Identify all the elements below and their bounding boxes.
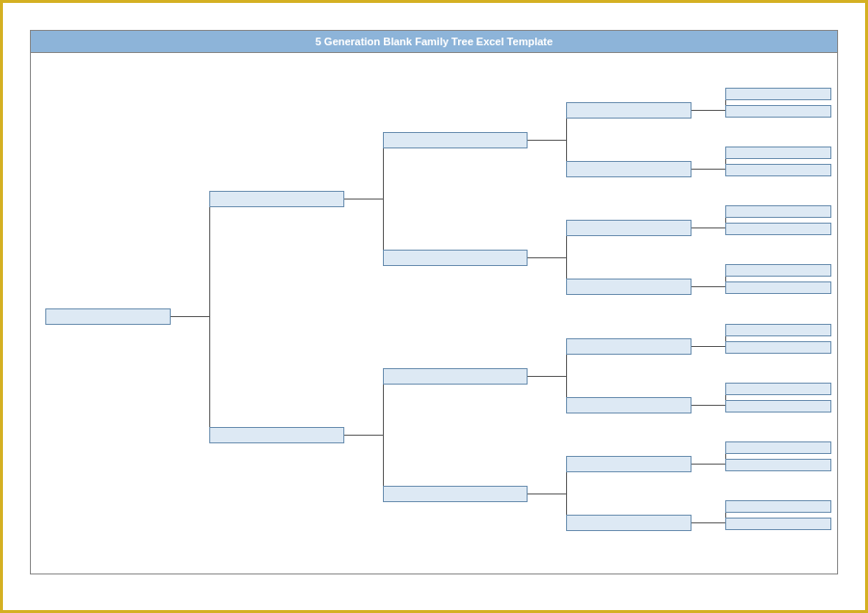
connector-line <box>383 435 384 493</box>
family-tree-container: 5 Generation Blank Family Tree Excel Tem… <box>30 30 838 574</box>
family-node-gen4[interactable] <box>566 456 692 472</box>
connector-line <box>692 227 725 228</box>
family-node-gen4[interactable] <box>566 220 692 236</box>
connector-line <box>692 286 725 287</box>
connector-line <box>209 316 210 435</box>
family-node-gen5[interactable] <box>725 264 831 277</box>
connector-line <box>692 522 725 523</box>
family-node-gen5[interactable] <box>725 281 831 294</box>
family-node-gen3[interactable] <box>383 368 528 385</box>
connector-line <box>344 435 383 436</box>
chart-title: 5 Generation Blank Family Tree Excel Tem… <box>31 31 837 53</box>
family-node-gen5[interactable] <box>725 147 831 159</box>
connector-line <box>528 376 566 377</box>
connector-line <box>692 110 725 111</box>
connector-line <box>383 140 384 199</box>
family-node-gen5[interactable] <box>725 383 831 395</box>
connector-line <box>692 169 725 170</box>
tree-area <box>31 53 837 573</box>
family-node-gen2[interactable] <box>209 191 344 207</box>
connector-line <box>692 405 725 406</box>
family-node-gen4[interactable] <box>566 515 692 531</box>
family-node-gen4[interactable] <box>566 102 692 119</box>
family-node-gen1[interactable] <box>45 308 171 325</box>
family-node-gen5[interactable] <box>725 223 831 235</box>
family-node-gen3[interactable] <box>383 486 528 502</box>
family-node-gen5[interactable] <box>725 164 831 176</box>
connector-line <box>171 316 209 317</box>
family-node-gen4[interactable] <box>566 161 692 177</box>
connector-line <box>692 464 725 465</box>
family-node-gen4[interactable] <box>566 338 692 355</box>
connector-line <box>383 199 384 257</box>
family-node-gen4[interactable] <box>566 397 692 413</box>
family-node-gen5[interactable] <box>725 518 831 530</box>
connector-line <box>692 346 725 347</box>
family-node-gen3[interactable] <box>383 132 528 148</box>
connector-line <box>528 493 566 494</box>
family-node-gen5[interactable] <box>725 400 831 413</box>
family-node-gen5[interactable] <box>725 341 831 354</box>
family-node-gen5[interactable] <box>725 205 831 218</box>
family-node-gen5[interactable] <box>725 459 831 471</box>
family-node-gen5[interactable] <box>725 500 831 513</box>
family-node-gen3[interactable] <box>383 250 528 266</box>
connector-line <box>344 199 383 200</box>
family-node-gen4[interactable] <box>566 279 692 295</box>
connector-line <box>528 257 566 258</box>
connector-line <box>209 199 210 316</box>
family-node-gen5[interactable] <box>725 88 831 100</box>
family-node-gen5[interactable] <box>725 441 831 454</box>
family-node-gen5[interactable] <box>725 324 831 336</box>
family-node-gen2[interactable] <box>209 427 344 443</box>
connector-line <box>528 140 566 141</box>
family-node-gen5[interactable] <box>725 105 831 118</box>
connector-line <box>383 376 384 435</box>
